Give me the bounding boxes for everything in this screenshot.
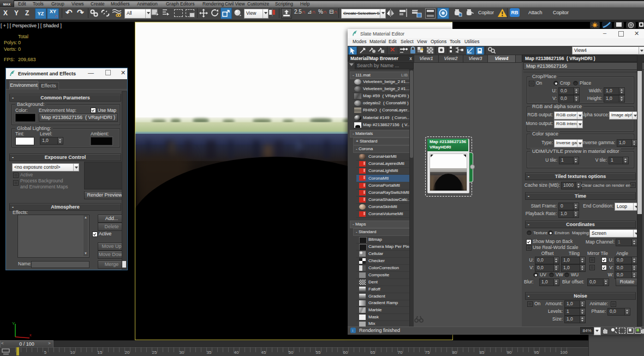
svg-text:x: x	[29, 333, 32, 337]
svg-text:Y: Y	[12, 321, 15, 326]
